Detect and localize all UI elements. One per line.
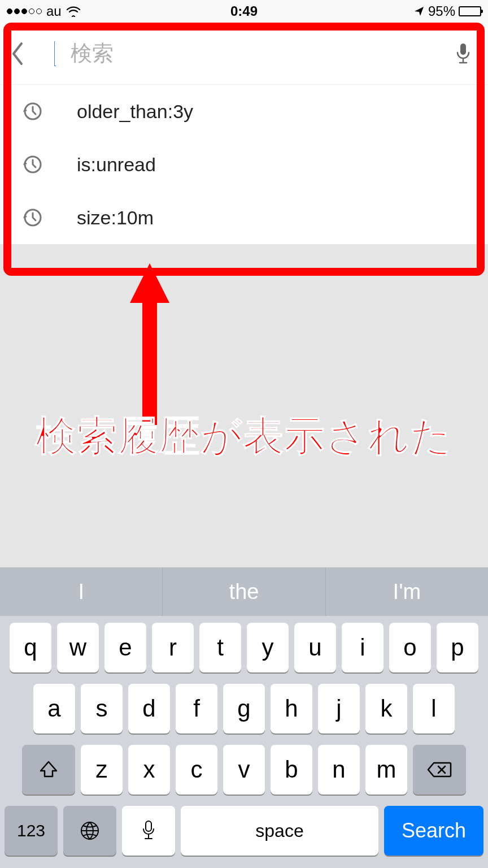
search-bar: [0, 23, 488, 85]
suggestion-item[interactable]: the: [163, 567, 325, 616]
back-icon[interactable]: [10, 41, 33, 66]
key-p[interactable]: p: [437, 623, 478, 672]
key-g[interactable]: g: [223, 684, 265, 734]
key-i[interactable]: i: [342, 623, 384, 672]
svg-rect-6: [146, 821, 151, 831]
annotation-arrow-icon: [130, 263, 169, 425]
keyboard: I the I'm qwertyuiop asdfghjkl zxcvbnm 1…: [0, 567, 488, 868]
key-v[interactable]: v: [223, 745, 265, 795]
history-item[interactable]: is:unread: [0, 138, 488, 191]
key-q[interactable]: q: [10, 623, 51, 672]
status-bar: au 0:49 95%: [0, 0, 488, 23]
search-input[interactable]: [55, 41, 455, 66]
key-m[interactable]: m: [365, 745, 407, 795]
suggestion-item[interactable]: I'm: [326, 567, 488, 616]
key-r[interactable]: r: [152, 623, 194, 672]
history-item[interactable]: size:10m: [0, 191, 488, 244]
key-n[interactable]: n: [318, 745, 360, 795]
backspace-key[interactable]: [413, 745, 466, 795]
history-icon: [21, 154, 44, 175]
key-o[interactable]: o: [389, 623, 431, 672]
key-f[interactable]: f: [176, 684, 217, 734]
space-key[interactable]: space: [181, 806, 378, 856]
svg-rect-0: [460, 44, 466, 55]
history-item-label: is:unread: [77, 154, 156, 176]
battery-pct-label: 95%: [428, 3, 455, 19]
search-history-list: older_than:3y is:unread size:10m: [0, 85, 488, 244]
carrier-label: au: [46, 3, 62, 19]
key-a[interactable]: a: [33, 684, 75, 734]
annotation-caption: 検索履歴が表示された: [0, 409, 488, 463]
location-icon: [413, 6, 425, 17]
key-b[interactable]: b: [271, 745, 312, 795]
key-c[interactable]: c: [176, 745, 217, 795]
shift-key[interactable]: [22, 745, 75, 795]
battery-icon: [459, 6, 481, 16]
microphone-icon[interactable]: [455, 42, 478, 65]
suggestion-row: I the I'm: [0, 567, 488, 616]
history-item[interactable]: older_than:3y: [0, 85, 488, 138]
history-icon: [21, 101, 44, 122]
history-item-label: older_than:3y: [77, 101, 193, 123]
key-d[interactable]: d: [128, 684, 170, 734]
key-h[interactable]: h: [271, 684, 312, 734]
key-k[interactable]: k: [365, 684, 407, 734]
numbers-key[interactable]: 123: [5, 806, 58, 856]
svg-marker-4: [130, 263, 169, 425]
wifi-icon: [66, 6, 81, 17]
globe-key[interactable]: [63, 806, 116, 856]
key-s[interactable]: s: [81, 684, 123, 734]
keyboard-mic-key[interactable]: [122, 806, 175, 856]
signal-strength-icon: [7, 8, 42, 14]
key-j[interactable]: j: [318, 684, 360, 734]
suggestion-item[interactable]: I: [0, 567, 163, 616]
history-icon: [21, 207, 44, 228]
search-key[interactable]: Search: [384, 806, 483, 856]
key-w[interactable]: w: [57, 623, 99, 672]
key-e[interactable]: e: [104, 623, 146, 672]
key-t[interactable]: t: [199, 623, 241, 672]
key-y[interactable]: y: [247, 623, 289, 672]
key-x[interactable]: x: [128, 745, 170, 795]
key-u[interactable]: u: [294, 623, 336, 672]
clock-label: 0:49: [230, 3, 258, 19]
key-z[interactable]: z: [81, 745, 123, 795]
history-item-label: size:10m: [77, 207, 154, 229]
key-l[interactable]: l: [413, 684, 455, 734]
